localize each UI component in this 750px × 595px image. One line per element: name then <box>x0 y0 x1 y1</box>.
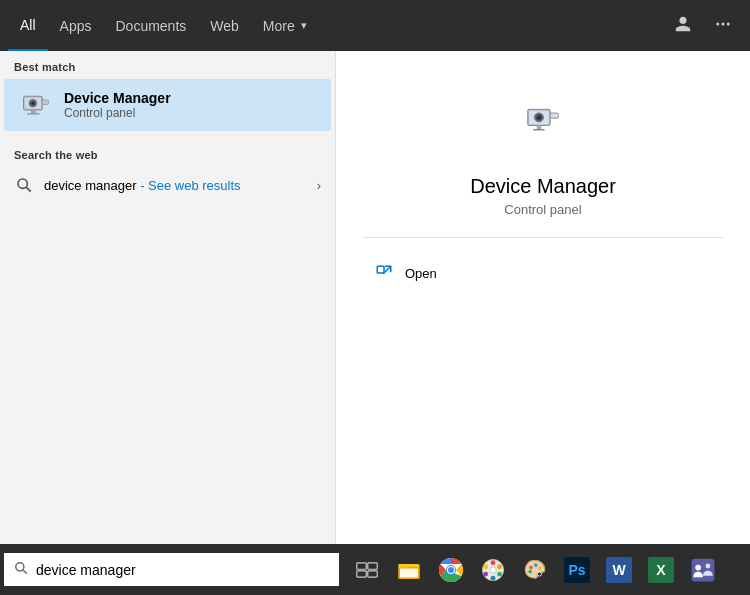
nav-tabs: All Apps Documents Web More ▾ <box>8 0 670 51</box>
svg-point-2 <box>727 22 730 25</box>
search-magnifier-icon <box>14 175 34 195</box>
svg-point-50 <box>538 566 542 570</box>
left-panel: Best match D <box>0 51 335 544</box>
right-panel: Device Manager Control panel Open <box>335 51 750 544</box>
device-manager-icon <box>18 87 54 123</box>
svg-point-46 <box>483 564 488 569</box>
tab-more-label: More <box>263 18 295 34</box>
art-palette-icon[interactable] <box>515 550 555 590</box>
word-icon[interactable]: W <box>599 550 639 590</box>
web-link-text: - See web results <box>140 178 240 193</box>
taskbar-search-input[interactable] <box>36 562 329 578</box>
taskbar-search-box[interactable] <box>4 553 339 586</box>
chrome-icon[interactable] <box>431 550 471 590</box>
right-actions: Open <box>363 254 723 292</box>
svg-rect-11 <box>42 100 48 104</box>
taskbar-icons: Ps W X <box>347 550 723 590</box>
svg-line-27 <box>23 570 27 574</box>
top-nav: All Apps Documents Web More ▾ <box>0 0 750 51</box>
nav-right-icons <box>670 11 736 41</box>
svg-point-52 <box>537 572 541 576</box>
svg-point-42 <box>497 564 502 569</box>
svg-point-26 <box>16 563 24 571</box>
svg-point-1 <box>722 22 725 25</box>
tab-more[interactable]: More ▾ <box>251 0 319 51</box>
web-query-text: device manager <box>44 178 137 193</box>
svg-point-12 <box>18 179 27 188</box>
more-options-icon[interactable] <box>710 11 736 41</box>
svg-point-45 <box>483 571 488 576</box>
best-match-item-device-manager[interactable]: Device Manager Control panel <box>4 79 331 131</box>
tab-documents[interactable]: Documents <box>103 0 198 51</box>
svg-rect-23 <box>551 114 557 117</box>
svg-rect-6 <box>27 113 40 114</box>
taskbar-search-icon <box>14 561 28 578</box>
svg-point-49 <box>534 563 538 567</box>
tab-all[interactable]: All <box>8 0 48 51</box>
svg-point-55 <box>705 563 710 568</box>
open-label: Open <box>405 266 437 281</box>
svg-rect-30 <box>357 570 366 576</box>
svg-rect-34 <box>399 564 408 568</box>
best-match-header: Best match <box>0 51 335 79</box>
best-match-text: Device Manager Control panel <box>64 90 171 120</box>
right-app-category: Control panel <box>504 202 581 217</box>
tab-apps[interactable]: Apps <box>48 0 104 51</box>
tab-all-label: All <box>20 17 36 33</box>
right-app-icon <box>503 81 583 161</box>
open-icon <box>373 262 395 284</box>
taskbar: Ps W X <box>0 544 750 595</box>
svg-line-13 <box>26 187 30 191</box>
file-explorer-icon[interactable] <box>389 550 429 590</box>
svg-rect-24 <box>377 266 384 273</box>
paint-icon[interactable] <box>473 550 513 590</box>
search-area: Best match D <box>0 51 750 544</box>
account-icon[interactable] <box>670 11 696 41</box>
svg-point-10 <box>31 102 32 103</box>
svg-point-48 <box>529 565 533 569</box>
svg-point-54 <box>695 564 701 570</box>
action-open[interactable]: Open <box>363 254 723 292</box>
tab-web[interactable]: Web <box>198 0 251 51</box>
svg-point-39 <box>448 567 454 573</box>
svg-point-47 <box>490 566 497 573</box>
svg-rect-29 <box>368 562 377 568</box>
svg-rect-31 <box>368 570 377 576</box>
svg-rect-16 <box>537 126 542 130</box>
svg-point-41 <box>491 560 496 565</box>
svg-rect-28 <box>357 562 366 568</box>
more-chevron-icon: ▾ <box>301 19 307 32</box>
right-app-name: Device Manager <box>470 175 616 198</box>
tab-apps-label: Apps <box>60 18 92 34</box>
svg-rect-35 <box>400 568 418 577</box>
excel-icon[interactable]: X <box>641 550 681 590</box>
web-section-header: Search the web <box>0 139 335 167</box>
tab-documents-label: Documents <box>115 18 186 34</box>
svg-rect-17 <box>533 129 545 130</box>
teams-icon[interactable] <box>683 550 723 590</box>
svg-point-43 <box>497 571 502 576</box>
svg-point-51 <box>528 569 532 573</box>
web-search-text: device manager - See web results <box>44 178 241 193</box>
svg-point-0 <box>716 22 719 25</box>
svg-rect-53 <box>692 558 715 581</box>
best-match-subtitle: Control panel <box>64 106 171 120</box>
photoshop-icon[interactable]: Ps <box>557 550 597 590</box>
web-search-item[interactable]: device manager - See web results › <box>0 167 335 203</box>
right-divider <box>363 237 723 238</box>
svg-rect-5 <box>31 110 36 113</box>
tab-web-label: Web <box>210 18 239 34</box>
web-section: Search the web device manager - See web … <box>0 139 335 203</box>
taskview-icon[interactable] <box>347 550 387 590</box>
best-match-title: Device Manager <box>64 90 171 106</box>
svg-point-44 <box>491 575 496 580</box>
svg-point-21 <box>537 116 538 117</box>
web-chevron-icon: › <box>317 178 321 193</box>
